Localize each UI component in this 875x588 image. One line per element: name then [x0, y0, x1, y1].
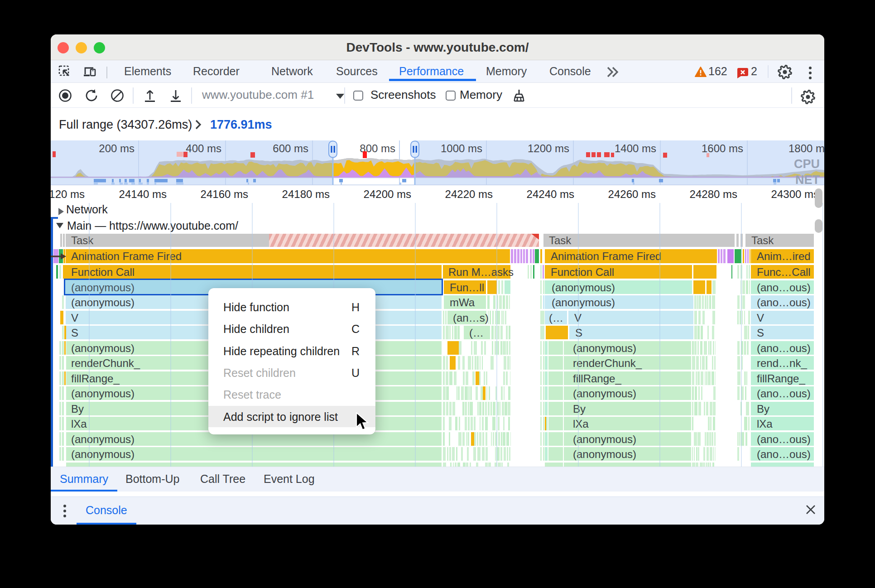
svg-text:CPU: CPU — [794, 157, 820, 171]
svg-text:1600 ms: 1600 ms — [702, 142, 743, 154]
svg-text:NET: NET — [795, 173, 820, 185]
svg-text:1800 ms: 1800 ms — [788, 142, 824, 154]
svg-text:400 ms: 400 ms — [186, 142, 221, 154]
svg-text:1200 ms: 1200 ms — [528, 142, 569, 154]
svg-text:1400 ms: 1400 ms — [615, 142, 656, 154]
svg-text:1000 ms: 1000 ms — [441, 142, 482, 154]
svg-text:200 ms: 200 ms — [99, 142, 135, 154]
svg-text:600 ms: 600 ms — [273, 142, 308, 154]
